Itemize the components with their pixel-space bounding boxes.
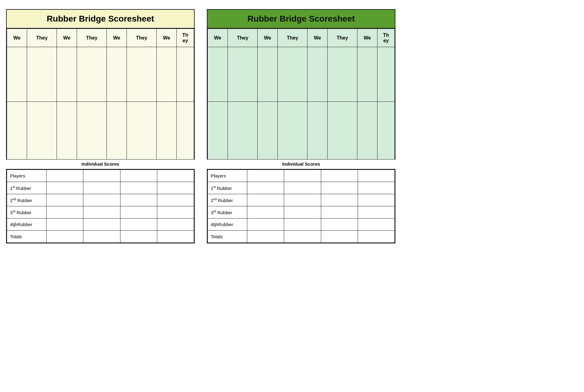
cell-r2c2[interactable]	[27, 102, 57, 160]
individual-cell-tp3[interactable]	[120, 231, 157, 243]
score-row-2-yellow	[7, 102, 194, 160]
cell-g-r1c5[interactable]	[308, 47, 328, 102]
cell-r2c4[interactable]	[77, 102, 107, 160]
individual-cell-gr3p3[interactable]	[321, 206, 358, 218]
individual-scores-label-green: Individual Scores	[207, 160, 395, 169]
cell-r2c1[interactable]	[7, 102, 27, 160]
cell-r1c3[interactable]	[57, 47, 77, 102]
cell-g-r2c8[interactable]	[377, 102, 395, 160]
individual-cell-gr1p3[interactable]	[321, 182, 358, 194]
individual-label-rubber4-yellow: 4tjhRubber	[7, 218, 47, 231]
individual-label-players-yellow: Players	[7, 170, 47, 182]
individual-cell-r4p3[interactable]	[120, 218, 157, 231]
individual-cell-gr4p1[interactable]	[247, 218, 284, 231]
individual-cell-gr3p2[interactable]	[284, 206, 321, 218]
cell-g-r2c1[interactable]	[208, 102, 228, 160]
score-row-1-yellow	[7, 47, 194, 102]
individual-cell-p1[interactable]	[47, 170, 83, 182]
individual-cell-r2p4[interactable]	[157, 194, 194, 206]
individual-cell-p4[interactable]	[157, 170, 194, 182]
individual-cell-gr4p4[interactable]	[358, 218, 395, 231]
cell-r1c4[interactable]	[77, 47, 107, 102]
cell-r1c5[interactable]	[107, 47, 127, 102]
title-green: Rubber Bridge Scoresheet	[207, 9, 395, 28]
individual-cell-r4p2[interactable]	[83, 218, 120, 231]
individual-cell-gp2[interactable]	[284, 170, 321, 182]
cell-g-r1c2[interactable]	[228, 47, 258, 102]
individual-row-players-yellow: Players	[7, 170, 194, 182]
cell-r1c6[interactable]	[127, 47, 157, 102]
individual-cell-gr2p1[interactable]	[247, 194, 284, 206]
individual-cell-r3p4[interactable]	[157, 206, 194, 218]
cell-r2c5[interactable]	[107, 102, 127, 160]
individual-cell-gtp2[interactable]	[284, 231, 321, 243]
individual-cell-gtp1[interactable]	[247, 231, 284, 243]
individual-cell-gr1p1[interactable]	[247, 182, 284, 194]
individual-cell-gr3p1[interactable]	[247, 206, 284, 218]
cell-g-r1c6[interactable]	[328, 47, 357, 102]
individual-cell-gr4p3[interactable]	[321, 218, 358, 231]
cell-g-r2c5[interactable]	[308, 102, 328, 160]
cell-g-r1c4[interactable]	[278, 47, 308, 102]
individual-cell-r1p4[interactable]	[157, 182, 194, 194]
cell-r1c8[interactable]	[177, 47, 194, 102]
cell-r1c2[interactable]	[27, 47, 57, 102]
individual-label-players-green: Players	[208, 170, 247, 182]
individual-cell-r3p1[interactable]	[47, 206, 83, 218]
cell-g-r2c3[interactable]	[258, 102, 278, 160]
cell-r2c6[interactable]	[127, 102, 157, 160]
individual-cell-p2[interactable]	[83, 170, 120, 182]
individual-cell-tp1[interactable]	[47, 231, 83, 243]
individual-cell-tp4[interactable]	[157, 231, 194, 243]
col-they-2: They	[77, 29, 107, 47]
individual-cell-gr2p4[interactable]	[358, 194, 395, 206]
individual-cell-gr4p2[interactable]	[284, 218, 321, 231]
cell-g-r1c3[interactable]	[258, 47, 278, 102]
cell-r2c8[interactable]	[177, 102, 194, 160]
individual-cell-r2p1[interactable]	[47, 194, 83, 206]
individual-cell-tp2[interactable]	[83, 231, 120, 243]
cell-g-r2c7[interactable]	[357, 102, 377, 160]
col-we-3: We	[107, 29, 127, 47]
header-row-green: We They We They We They We They	[208, 29, 395, 47]
individual-cell-r1p3[interactable]	[120, 182, 157, 194]
individual-cell-r3p2[interactable]	[83, 206, 120, 218]
individual-cell-gr2p3[interactable]	[321, 194, 358, 206]
individual-cell-p3[interactable]	[120, 170, 157, 182]
title-yellow: Rubber Bridge Scoresheet	[6, 9, 195, 28]
individual-scores-label-yellow: Individual Scores	[6, 160, 195, 169]
individual-table-green: Players 1st Rubber 2nd Rubbe	[207, 169, 395, 243]
individual-cell-gr2p2[interactable]	[284, 194, 321, 206]
individual-cell-gr1p2[interactable]	[284, 182, 321, 194]
individual-cell-gtp3[interactable]	[321, 231, 358, 243]
individual-row-totals-yellow: Totals	[7, 231, 194, 243]
individual-cell-gp4[interactable]	[358, 170, 395, 182]
cell-g-r2c4[interactable]	[278, 102, 308, 160]
individual-label-rubber3-yellow: 3rd Rubber	[7, 206, 47, 218]
cell-g-r2c6[interactable]	[328, 102, 357, 160]
individual-cell-r4p1[interactable]	[47, 218, 83, 231]
scoresheet-green: Rubber Bridge Scoresheet We They We They…	[207, 9, 395, 264]
individual-cell-r3p3[interactable]	[120, 206, 157, 218]
cell-g-r1c8[interactable]	[377, 47, 395, 102]
individual-cell-gp3[interactable]	[321, 170, 358, 182]
individual-cell-r1p2[interactable]	[83, 182, 120, 194]
individual-label-rubber1-green: 1st Rubber	[208, 182, 247, 194]
col-we-2: We	[57, 29, 77, 47]
cell-g-r2c2[interactable]	[228, 102, 258, 160]
cell-r1c1[interactable]	[7, 47, 27, 102]
individual-cell-r2p2[interactable]	[83, 194, 120, 206]
cell-r2c3[interactable]	[57, 102, 77, 160]
individual-cell-gtp4[interactable]	[358, 231, 395, 243]
cell-r2c7[interactable]	[157, 102, 177, 160]
cell-g-r1c7[interactable]	[357, 47, 377, 102]
cell-g-r1c1[interactable]	[208, 47, 228, 102]
individual-cell-r4p4[interactable]	[157, 218, 194, 231]
col-g-they-4: They	[377, 29, 395, 47]
individual-cell-gp1[interactable]	[247, 170, 284, 182]
individual-cell-r2p3[interactable]	[120, 194, 157, 206]
individual-cell-r1p1[interactable]	[47, 182, 83, 194]
cell-r1c7[interactable]	[157, 47, 177, 102]
individual-cell-gr1p4[interactable]	[358, 182, 395, 194]
individual-cell-gr3p4[interactable]	[358, 206, 395, 218]
